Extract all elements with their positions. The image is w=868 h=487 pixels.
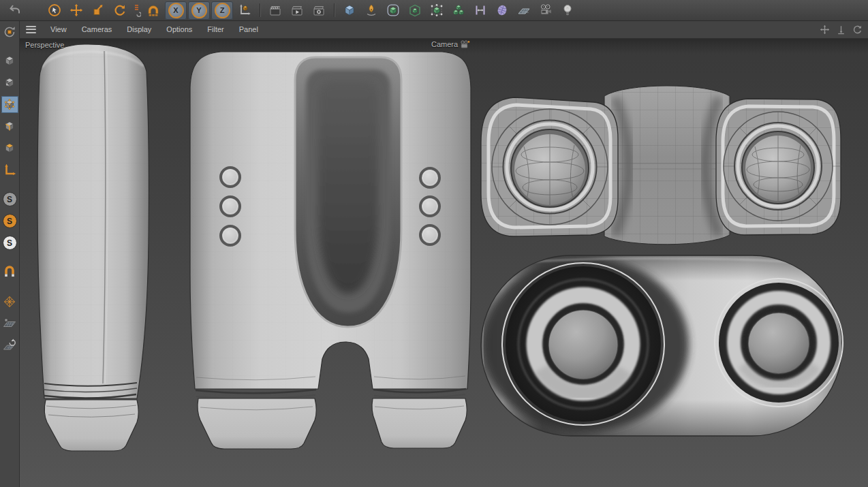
model-nozzles-bottom-smooth-view[interactable] <box>481 255 843 436</box>
scale-box-icon <box>91 3 105 17</box>
shell-wireframe <box>33 39 156 407</box>
model-nozzles-top-wireframe-view[interactable] <box>481 86 843 245</box>
sidebar-item-planar-workplane[interactable] <box>1 315 18 332</box>
purple-sphere-icon <box>495 3 509 17</box>
green-cube-cage-icon <box>386 3 400 17</box>
u-notch-core <box>318 81 378 294</box>
sidebar-item-axis-mode[interactable] <box>1 161 18 178</box>
planar-workplane-icon <box>2 316 17 331</box>
viewport-menu-icon[interactable] <box>26 26 36 33</box>
viewport-perspective[interactable]: Perspective Camera <box>20 39 868 487</box>
menu-filter[interactable]: Filter <box>200 25 231 33</box>
viewport-view-label: Perspective <box>25 41 64 49</box>
sidebar-item-viewport-solo-off[interactable]: S <box>1 191 18 208</box>
snap-magnet-icon <box>2 265 17 280</box>
array-clones-button[interactable] <box>448 1 469 20</box>
blue-cube-icon <box>343 3 356 17</box>
axis-mode-icon <box>2 163 17 178</box>
toolbar-separator <box>260 3 260 17</box>
sidebar-item-viewport-solo-hierarchy[interactable]: S <box>1 234 18 251</box>
generator-button[interactable] <box>404 1 426 20</box>
menu-view[interactable]: View <box>43 25 74 33</box>
lock-x-button[interactable]: X <box>165 1 187 20</box>
model-shell-side-view[interactable] <box>33 39 156 451</box>
recent-tools-strip-icon <box>133 3 141 17</box>
render-view-button[interactable] <box>264 1 286 20</box>
live-selection-button[interactable] <box>44 1 65 20</box>
floor-button[interactable] <box>513 1 535 20</box>
menu-cameras[interactable]: Cameras <box>74 25 120 33</box>
lock-y-button[interactable]: Y <box>188 1 210 20</box>
green-cube-points-icon <box>430 3 444 17</box>
coordinate-system-button[interactable] <box>234 1 255 20</box>
points-mode-icon <box>2 97 17 112</box>
sidebar-item-edges-mode[interactable] <box>1 118 18 135</box>
solo-single-icon: S <box>3 214 17 228</box>
model-u-body-front-view[interactable] <box>187 46 476 449</box>
left-nozzle-housing <box>481 97 618 236</box>
sidebar-item-viewport-solo-single[interactable]: S <box>1 213 18 230</box>
solo-hierarchy-icon: S <box>3 236 17 250</box>
sidebar-item-workplane-rotate[interactable] <box>1 336 18 354</box>
orbit-icon[interactable] <box>852 25 863 35</box>
pan-icon[interactable] <box>820 25 830 35</box>
left-boot <box>198 398 316 449</box>
move-cross-icon <box>69 3 83 17</box>
right-boot <box>372 398 467 448</box>
top-toolbar: X Y Z <box>0 0 868 21</box>
render-picture-viewer-button[interactable] <box>286 1 308 20</box>
pen-spline-button[interactable] <box>360 1 382 20</box>
model-mode-icon <box>2 54 17 69</box>
cinema4d-window: X Y Z <box>0 0 868 487</box>
menu-options[interactable]: Options <box>159 25 200 33</box>
symmetry-button[interactable] <box>469 1 491 20</box>
undo-arrow-icon <box>8 3 22 17</box>
pen-nib-icon <box>365 3 378 17</box>
move-button[interactable] <box>65 1 87 20</box>
sidebar-item-enable-snap[interactable] <box>1 264 18 281</box>
viewport-nav-controls <box>820 25 868 35</box>
render-settings-button[interactable] <box>308 1 330 20</box>
edges-mode-icon <box>2 119 17 134</box>
recent-tools-button[interactable] <box>131 1 142 20</box>
clapperboard-gear-icon <box>312 3 326 17</box>
toolbar-spacer <box>26 10 44 11</box>
light-bulb-icon <box>561 3 574 17</box>
light-button[interactable] <box>557 1 578 20</box>
camera-button[interactable] <box>535 1 557 20</box>
lock-z-label: Z <box>215 3 230 18</box>
deformer-button[interactable] <box>491 1 513 20</box>
clapperboard-play-icon <box>290 3 304 17</box>
volume-builder-button[interactable] <box>426 1 448 20</box>
cursor-circle-icon <box>48 3 61 17</box>
viewport-menubar: View Cameras Display Options Filter Pane… <box>20 20 868 39</box>
workplane-icon <box>2 294 17 309</box>
scale-button[interactable] <box>87 1 109 20</box>
sidebar-item-workplane[interactable] <box>1 293 18 310</box>
right-smooth-nozzle <box>715 279 843 407</box>
workplane-rotate-icon <box>2 338 17 353</box>
menu-display[interactable]: Display <box>119 25 159 33</box>
sidebar-item-model-mode[interactable] <box>1 52 18 69</box>
clapperboard-icon <box>268 3 282 17</box>
toolbar-separator <box>334 3 335 17</box>
arch-icon <box>146 3 160 17</box>
polygons-mode-icon <box>2 141 17 156</box>
camera-hud[interactable]: Camera <box>431 40 470 48</box>
scene-canvas[interactable] <box>20 39 868 487</box>
menu-panel[interactable]: Panel <box>232 25 266 33</box>
rotate-button[interactable] <box>109 1 131 20</box>
dolly-icon[interactable] <box>836 25 846 35</box>
modeling-arch-button[interactable] <box>142 1 164 20</box>
undo-button[interactable] <box>4 1 26 20</box>
add-primitive-button[interactable] <box>339 1 360 20</box>
green-cube-box-icon <box>408 3 422 17</box>
sidebar-item-polygons-mode[interactable] <box>1 140 18 157</box>
solo-off-icon: S <box>3 192 17 206</box>
movie-camera-icon <box>539 3 553 17</box>
sidebar-item-texture-mode[interactable] <box>1 74 18 91</box>
subdivision-surface-button[interactable] <box>382 1 404 20</box>
sidebar-item-points-mode[interactable] <box>1 96 18 113</box>
sidebar-item-make-editable[interactable] <box>1 23 18 40</box>
lock-z-button[interactable]: Z <box>211 1 233 20</box>
